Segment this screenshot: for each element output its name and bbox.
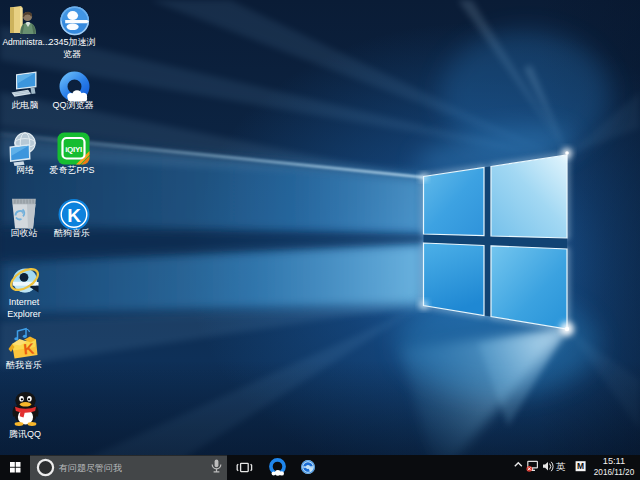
svg-text:Administra...: Administra...	[2, 37, 49, 47]
svg-text:爱奇艺PPS: 爱奇艺PPS	[49, 165, 94, 175]
svg-text:酷我音乐: 酷我音乐	[6, 360, 42, 370]
svg-text:英: 英	[556, 461, 566, 472]
svg-text:Explorer: Explorer	[7, 309, 41, 319]
svg-text:2016/11/20: 2016/11/20	[594, 468, 635, 477]
svg-text:有问题尽管问我: 有问题尽管问我	[58, 463, 122, 473]
svg-text:15:11: 15:11	[603, 456, 625, 466]
svg-text:K: K	[67, 205, 81, 226]
svg-text:酷狗音乐: 酷狗音乐	[54, 228, 90, 238]
svg-text:览器: 览器	[63, 49, 81, 59]
svg-text:此电脑: 此电脑	[12, 100, 39, 110]
svg-text:iQIYI: iQIYI	[65, 145, 82, 154]
svg-text:QQ浏览器: QQ浏览器	[52, 100, 93, 110]
svg-text:M: M	[577, 461, 584, 471]
svg-text:腾讯QQ: 腾讯QQ	[9, 429, 41, 439]
svg-text:网络: 网络	[16, 165, 34, 175]
svg-text:Internet: Internet	[9, 297, 40, 307]
svg-text:回收站: 回收站	[11, 228, 38, 238]
svg-text:2345加速浏: 2345加速浏	[48, 37, 95, 47]
svg-text:K: K	[23, 339, 36, 357]
